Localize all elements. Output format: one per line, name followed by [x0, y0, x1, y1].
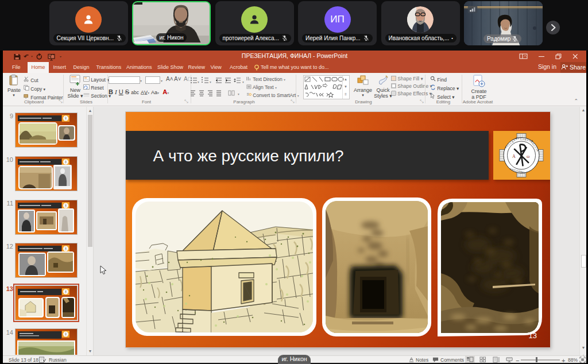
svg-text:▾: ▾: [210, 80, 211, 84]
svg-text:А: А: [512, 154, 516, 159]
svg-text:▾: ▾: [242, 80, 244, 84]
svg-text:ω: ω: [527, 154, 529, 159]
svg-text:▾: ▾: [238, 92, 239, 96]
svg-text:▾: ▾: [198, 80, 199, 84]
